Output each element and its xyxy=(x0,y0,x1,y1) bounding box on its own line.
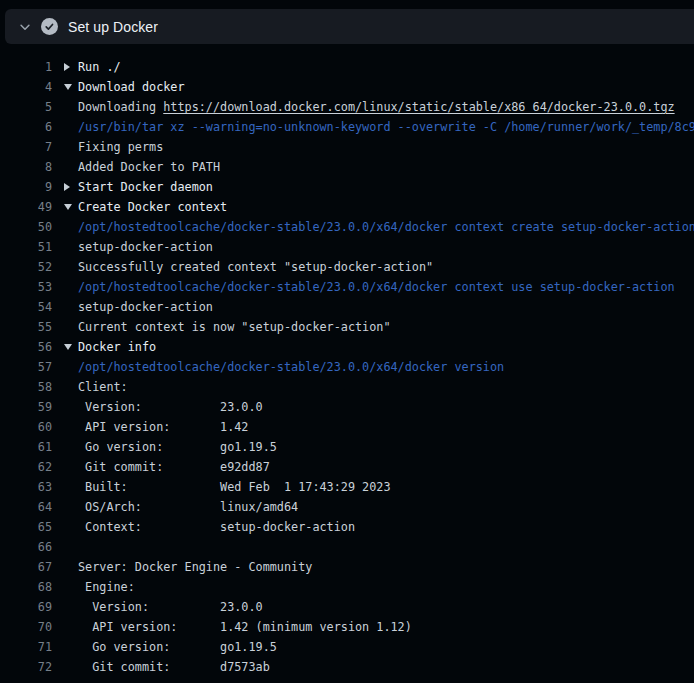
line-number[interactable]: 51 xyxy=(0,240,52,254)
line-number[interactable]: 56 xyxy=(0,340,52,354)
line-number[interactable]: 69 xyxy=(0,600,52,614)
log-text: Git commit: d7573ab xyxy=(78,660,270,674)
line-number[interactable]: 55 xyxy=(0,320,52,334)
plain-text: Version: 23.0.0 xyxy=(78,400,263,414)
group-toggle[interactable]: Run ./ xyxy=(64,60,121,74)
plain-text: Version: 23.0.0 xyxy=(78,600,263,614)
line-number[interactable]: 5 xyxy=(0,100,52,114)
log-text: Client: xyxy=(78,380,128,394)
group-toggle[interactable]: Docker info xyxy=(64,340,156,354)
plain-text: Successfully created context "setup-dock… xyxy=(78,260,433,274)
log-text: Version: 23.0.0 xyxy=(78,400,263,414)
chevron-down-icon[interactable] xyxy=(18,20,32,34)
log-text: /opt/hostedtoolcache/docker-stable/23.0.… xyxy=(78,220,694,234)
line-number[interactable]: 72 xyxy=(0,660,52,674)
line-number[interactable]: 50 xyxy=(0,220,52,234)
log-text: /opt/hostedtoolcache/docker-stable/23.0.… xyxy=(78,360,504,374)
log-text: Server: Docker Engine - Community xyxy=(78,560,312,574)
log-text: API version: 1.42 xyxy=(78,420,248,434)
group-toggle[interactable]: Start Docker daemon xyxy=(64,180,213,194)
group-toggle[interactable]: Download docker xyxy=(64,80,185,94)
line-number[interactable]: 53 xyxy=(0,280,52,294)
line-number[interactable]: 1 xyxy=(0,60,52,74)
line-number[interactable]: 68 xyxy=(0,580,52,594)
command-text: /opt/hostedtoolcache/docker-stable/23.0.… xyxy=(78,360,504,374)
plain-text: Downloading xyxy=(78,100,163,114)
plain-text: Added Docker to PATH xyxy=(78,160,220,174)
line-number[interactable]: 57 xyxy=(0,360,52,374)
line-number[interactable]: 52 xyxy=(0,260,52,274)
log-line: 7Fixing perms xyxy=(0,137,694,157)
workflow-log-viewer: Set up Docker 1Run ./4Download docker5Do… xyxy=(0,0,694,683)
line-number[interactable]: 7 xyxy=(0,140,52,154)
plain-text: API version: 1.42 (minimum version 1.12) xyxy=(78,620,412,634)
log-line: 54setup-docker-action xyxy=(0,297,694,317)
log-text: API version: 1.42 (minimum version 1.12) xyxy=(78,620,412,634)
plain-text: API version: 1.42 xyxy=(78,420,248,434)
line-number[interactable]: 70 xyxy=(0,620,52,634)
line-number[interactable]: 65 xyxy=(0,520,52,534)
line-number[interactable]: 66 xyxy=(0,540,52,554)
log-line: 53/opt/hostedtoolcache/docker-stable/23.… xyxy=(0,277,694,297)
line-number[interactable]: 49 xyxy=(0,200,52,214)
collapse-arrow-icon xyxy=(64,183,78,191)
command-text: /opt/hostedtoolcache/docker-stable/23.0.… xyxy=(78,280,675,294)
log-link[interactable]: https://download.docker.com/linux/static… xyxy=(163,100,674,114)
line-number[interactable]: 6 xyxy=(0,120,52,134)
log-line: 66 xyxy=(0,537,694,557)
log-line: 56Docker info xyxy=(0,337,694,357)
log-text: setup-docker-action xyxy=(78,300,213,314)
log-line: 72 Git commit: d7573ab xyxy=(0,657,694,677)
line-number[interactable]: 4 xyxy=(0,80,52,94)
log-line: 1Run ./ xyxy=(0,57,694,77)
log-line: 60 API version: 1.42 xyxy=(0,417,694,437)
log-line: 64 OS/Arch: linux/amd64 xyxy=(0,497,694,517)
log-line: 62 Git commit: e92dd87 xyxy=(0,457,694,477)
plain-text: Server: Docker Engine - Community xyxy=(78,560,312,574)
log-text: Successfully created context "setup-dock… xyxy=(78,260,433,274)
log-line: 68 Engine: xyxy=(0,577,694,597)
line-number[interactable]: 54 xyxy=(0,300,52,314)
log-text: /usr/bin/tar xz --warning=no-unknown-key… xyxy=(78,120,694,134)
line-number[interactable]: 60 xyxy=(0,420,52,434)
log-line: 67Server: Docker Engine - Community xyxy=(0,557,694,577)
log-line: 8Added Docker to PATH xyxy=(0,157,694,177)
log-line: 9Start Docker daemon xyxy=(0,177,694,197)
line-number[interactable]: 67 xyxy=(0,560,52,574)
plain-text: Go version: go1.19.5 xyxy=(78,640,277,654)
group-title: Create Docker context xyxy=(78,200,227,214)
collapse-arrow-icon xyxy=(64,63,78,71)
line-number[interactable]: 64 xyxy=(0,500,52,514)
log-output: 1Run ./4Download docker5Downloading http… xyxy=(0,57,694,683)
log-line: 65 Context: setup-docker-action xyxy=(0,517,694,537)
group-title: Docker info xyxy=(78,340,156,354)
log-text: Go version: go1.19.5 xyxy=(78,440,277,454)
command-text: /opt/hostedtoolcache/docker-stable/23.0.… xyxy=(78,220,694,234)
log-text: Fixing perms xyxy=(78,140,163,154)
log-line: 70 API version: 1.42 (minimum version 1.… xyxy=(0,617,694,637)
line-number[interactable]: 71 xyxy=(0,640,52,654)
plain-text: setup-docker-action xyxy=(78,300,213,314)
line-number[interactable]: 58 xyxy=(0,380,52,394)
line-number[interactable]: 59 xyxy=(0,400,52,414)
line-number[interactable]: 63 xyxy=(0,480,52,494)
line-number[interactable]: 9 xyxy=(0,180,52,194)
plain-text: Context: setup-docker-action xyxy=(78,520,355,534)
line-number[interactable]: 61 xyxy=(0,440,52,454)
log-line: 61 Go version: go1.19.5 xyxy=(0,437,694,457)
line-number[interactable]: 62 xyxy=(0,460,52,474)
check-circle-icon xyxy=(41,18,58,35)
log-line: 59 Version: 23.0.0 xyxy=(0,397,694,417)
expand-arrow-icon xyxy=(64,204,78,210)
step-header[interactable]: Set up Docker xyxy=(5,9,694,44)
log-line: 6/usr/bin/tar xz --warning=no-unknown-ke… xyxy=(0,117,694,137)
plain-text: Git commit: e92dd87 xyxy=(78,460,270,474)
log-text: Current context is now "setup-docker-act… xyxy=(78,320,391,334)
log-line: 57/opt/hostedtoolcache/docker-stable/23.… xyxy=(0,357,694,377)
group-toggle[interactable]: Create Docker context xyxy=(64,200,227,214)
log-line: 55Current context is now "setup-docker-a… xyxy=(0,317,694,337)
line-number[interactable]: 8 xyxy=(0,160,52,174)
group-title: Start Docker daemon xyxy=(78,180,213,194)
plain-text: OS/Arch: linux/amd64 xyxy=(78,500,298,514)
log-line: 52Successfully created context "setup-do… xyxy=(0,257,694,277)
